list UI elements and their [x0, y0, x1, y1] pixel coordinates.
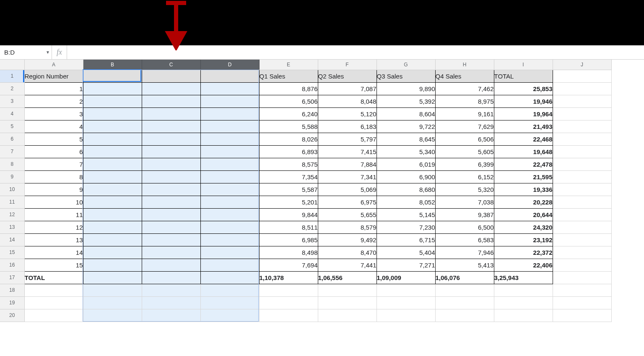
blank-D[interactable]: [200, 221, 259, 233]
cell-G19[interactable]: [377, 296, 435, 309]
spreadsheet-grid[interactable]: ABCDEFGHIJ1Region NumberQ1 SalesQ2 Sales…: [0, 60, 644, 322]
q3-sales[interactable]: 8,604: [377, 107, 435, 120]
q1-sales[interactable]: 7,694: [259, 259, 318, 271]
row-header-13[interactable]: 13: [0, 221, 24, 233]
blank-B[interactable]: [83, 158, 142, 170]
cell-B18[interactable]: [83, 284, 142, 296]
q3-sales[interactable]: 8,645: [377, 133, 435, 145]
row-header-18[interactable]: 18: [0, 284, 24, 296]
row-total[interactable]: 19,648: [494, 145, 553, 158]
row-total[interactable]: 20,644: [494, 208, 553, 221]
cell-J4[interactable]: [553, 107, 611, 120]
blank-C[interactable]: [142, 271, 200, 284]
q4-sales[interactable]: 8,975: [435, 95, 494, 107]
cell-D19[interactable]: [200, 296, 259, 309]
cell-I20[interactable]: [494, 309, 553, 322]
cell-A20[interactable]: [24, 309, 83, 322]
blank-C[interactable]: [142, 259, 200, 271]
row-total[interactable]: 24,320: [494, 221, 553, 233]
q1-sales[interactable]: 5,588: [259, 120, 318, 133]
region-number[interactable]: 6: [24, 145, 83, 158]
cell-J20[interactable]: [553, 309, 611, 322]
q4-sales[interactable]: 5,605: [435, 145, 494, 158]
blank-B[interactable]: [83, 170, 142, 183]
row-total[interactable]: 19,946: [494, 95, 553, 107]
row-header-2[interactable]: 2: [0, 82, 24, 95]
cell-J16[interactable]: [553, 259, 611, 271]
row-total[interactable]: 19,964: [494, 107, 553, 120]
row-total[interactable]: 21,595: [494, 170, 553, 183]
header-total[interactable]: TOTAL: [494, 70, 553, 82]
blank-C[interactable]: [142, 196, 200, 208]
q1-sales[interactable]: 6,985: [259, 233, 318, 246]
cell-E20[interactable]: [259, 309, 318, 322]
q2-sales[interactable]: 7,415: [318, 145, 377, 158]
blank-D[interactable]: [200, 145, 259, 158]
row-total[interactable]: 20,228: [494, 196, 553, 208]
column-header-E[interactable]: E: [259, 60, 318, 70]
q2-sales[interactable]: 5,655: [318, 208, 377, 221]
q1-sales[interactable]: 8,575: [259, 158, 318, 170]
row-header-17[interactable]: 17: [0, 271, 24, 284]
q1-sales[interactable]: 6,506: [259, 95, 318, 107]
q2-sales[interactable]: 8,579: [318, 221, 377, 233]
q1-sales[interactable]: 8,876: [259, 82, 318, 95]
cell-J7[interactable]: [553, 145, 611, 158]
blank-B[interactable]: [83, 183, 142, 196]
blank-D[interactable]: [200, 95, 259, 107]
blank-C[interactable]: [142, 208, 200, 221]
region-number[interactable]: 13: [24, 233, 83, 246]
blank-D[interactable]: [200, 233, 259, 246]
blank-D[interactable]: [200, 183, 259, 196]
name-box[interactable]: B:D ▼: [0, 45, 52, 59]
cell-J3[interactable]: [553, 95, 611, 107]
header-region-number[interactable]: Region Number: [24, 70, 83, 82]
q1-sales[interactable]: 5,201: [259, 196, 318, 208]
header-blank-B[interactable]: [83, 70, 142, 82]
cell-G20[interactable]: [377, 309, 435, 322]
blank-D[interactable]: [200, 196, 259, 208]
row-total[interactable]: 22,406: [494, 259, 553, 271]
row-header-5[interactable]: 5: [0, 120, 24, 133]
row-header-9[interactable]: 9: [0, 170, 24, 183]
blank-B[interactable]: [83, 259, 142, 271]
cell-H18[interactable]: [435, 284, 494, 296]
q3-sales[interactable]: 8,052: [377, 196, 435, 208]
blank-C[interactable]: [142, 145, 200, 158]
q1-sales[interactable]: 6,240: [259, 107, 318, 120]
grand-total[interactable]: 3,25,943: [494, 271, 553, 284]
cell-J18[interactable]: [553, 284, 611, 296]
cell-J6[interactable]: [553, 133, 611, 145]
blank-D[interactable]: [200, 107, 259, 120]
row-header-4[interactable]: 4: [0, 107, 24, 120]
cell-J10[interactable]: [553, 183, 611, 196]
column-header-C[interactable]: C: [142, 60, 200, 70]
column-header-D[interactable]: D: [200, 60, 259, 70]
cell-J12[interactable]: [553, 208, 611, 221]
q1-sales[interactable]: 7,354: [259, 170, 318, 183]
blank-B[interactable]: [83, 107, 142, 120]
q3-sales[interactable]: 5,145: [377, 208, 435, 221]
cell-E19[interactable]: [259, 296, 318, 309]
q2-sales[interactable]: 8,048: [318, 95, 377, 107]
region-number[interactable]: 3: [24, 107, 83, 120]
cell-I19[interactable]: [494, 296, 553, 309]
column-header-J[interactable]: J: [553, 60, 611, 70]
q2-sales[interactable]: 8,470: [318, 246, 377, 259]
cell-D20[interactable]: [200, 309, 259, 322]
row-total[interactable]: 22,372: [494, 246, 553, 259]
q2-sales[interactable]: 6,975: [318, 196, 377, 208]
cell-H20[interactable]: [435, 309, 494, 322]
q4-sales[interactable]: 7,629: [435, 120, 494, 133]
row-total[interactable]: 21,493: [494, 120, 553, 133]
q3-sales[interactable]: 7,230: [377, 221, 435, 233]
blank-B[interactable]: [83, 95, 142, 107]
cell-J17[interactable]: [553, 271, 611, 284]
q4-sales[interactable]: 7,946: [435, 246, 494, 259]
cell-B19[interactable]: [83, 296, 142, 309]
region-number[interactable]: 5: [24, 133, 83, 145]
q4-sales[interactable]: 9,387: [435, 208, 494, 221]
q2-sales[interactable]: 7,341: [318, 170, 377, 183]
q4-sales[interactable]: 7,462: [435, 82, 494, 95]
cell-F20[interactable]: [318, 309, 377, 322]
